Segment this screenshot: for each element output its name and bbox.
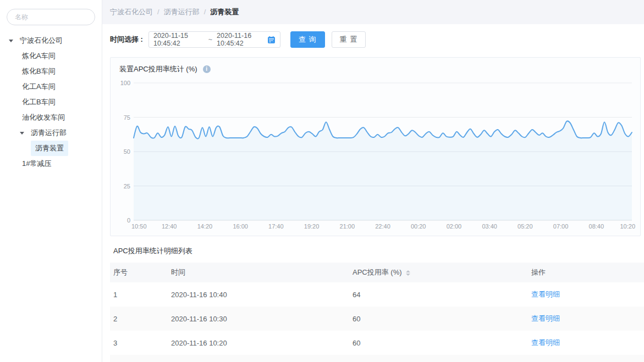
- apc-detail-table: 序号 时间 APC投用率 (%) 操作 12020-11-16 10:4064查…: [110, 263, 644, 362]
- x-axis-tick-label: 07:00: [553, 223, 569, 230]
- content: 时间选择 : 2020-11-15 10:45:42 ~ 2020-11-16 …: [102, 24, 644, 362]
- cell-time: 2020-11-16 10:40: [168, 282, 349, 307]
- x-axis-tick-label: 19:20: [304, 223, 320, 230]
- reset-button[interactable]: 重 置: [332, 31, 366, 48]
- table-row: 22020-11-16 10:3060查看明细: [110, 307, 644, 331]
- x-axis-tick-label: 14:20: [197, 223, 213, 230]
- tree-node[interactable]: 宁波石化公司: [0, 33, 102, 48]
- column-header-time: 时间: [168, 263, 349, 282]
- x-axis-tick-label: 17:40: [268, 223, 284, 230]
- apc-detail-section: APC投用率统计明细列表 序号 时间 APC投用率 (%) 操作 12020-1…: [110, 246, 644, 362]
- cell-index: 4: [110, 355, 168, 362]
- y-axis-tick-label: 100: [120, 80, 130, 86]
- main-area: 宁波石化公司/沥青运行部/沥青装置 时间选择 : 2020-11-15 10:4…: [102, 0, 644, 362]
- sort-icon[interactable]: [406, 270, 410, 276]
- tree-node-label: 炼化B车间: [20, 65, 58, 77]
- tree-node[interactable]: 炼化A车间: [0, 48, 102, 64]
- column-header-rate: APC投用率 (%): [349, 263, 528, 282]
- x-axis-tick-label: 22:40: [375, 223, 390, 230]
- view-detail-link[interactable]: 查看明细: [531, 290, 560, 298]
- date-range-start: 2020-11-15 10:45:42: [153, 32, 204, 47]
- tree-node[interactable]: 化工A车间: [0, 79, 102, 94]
- tree-node[interactable]: 炼化B车间: [0, 64, 102, 79]
- tree-node-label: 化工B车间: [20, 96, 58, 108]
- tree-node-label: 沥青装置: [31, 141, 68, 156]
- caret-down-icon[interactable]: [9, 40, 13, 42]
- x-axis-tick-label: 00:20: [411, 223, 426, 230]
- y-axis-tick-label: 50: [124, 148, 130, 155]
- x-axis-tick-label: 12:40: [162, 223, 177, 230]
- calendar-icon: [267, 36, 276, 44]
- breadcrumb-separator: /: [157, 8, 159, 16]
- cell-time: 2020-11-16 10:20: [168, 331, 349, 355]
- cell-rate: 64: [349, 282, 528, 307]
- cell-rate: 60: [349, 331, 528, 355]
- cell-action: 查看明细: [528, 282, 644, 307]
- tree-node-label: 油化收发车间: [20, 112, 67, 124]
- breadcrumb-item[interactable]: 沥青运行部: [164, 8, 200, 16]
- cell-index: 3: [110, 331, 168, 355]
- cell-time: 2020-11-16 10:10: [168, 355, 349, 362]
- filter-row: 时间选择 : 2020-11-15 10:45:42 ~ 2020-11-16 …: [110, 31, 644, 48]
- x-axis-tick-label: 21:00: [340, 223, 355, 230]
- y-axis-tick-label: 25: [124, 183, 130, 190]
- breadcrumb-separator: /: [204, 8, 206, 16]
- breadcrumb-item[interactable]: 宁波石化公司: [110, 8, 153, 16]
- x-axis-tick-label: 10:50: [131, 223, 147, 230]
- info-icon[interactable]: i: [203, 65, 211, 73]
- apc-rate-line-chart: 025507510010:5012:4014:2016:0017:4019:20…: [115, 76, 637, 230]
- x-axis-tick-label: 08:40: [589, 223, 604, 230]
- view-detail-link[interactable]: 查看明细: [531, 314, 560, 322]
- breadcrumb: 宁波石化公司/沥青运行部/沥青装置: [110, 7, 239, 17]
- cell-action: 查看明细: [528, 355, 644, 362]
- org-tree: 宁波石化公司炼化A车间炼化B车间化工A车间化工B车间油化收发车间沥青运行部沥青装…: [0, 33, 102, 171]
- x-axis-tick-label: 03:40: [482, 223, 497, 230]
- cell-rate: 60: [349, 307, 528, 331]
- tree-node-label: 沥青运行部: [29, 127, 69, 139]
- column-header-index: 序号: [110, 263, 168, 282]
- tree-node-label: 宁波石化公司: [18, 35, 65, 47]
- y-axis-tick-label: 75: [124, 114, 130, 121]
- query-button[interactable]: 查 询: [290, 31, 325, 48]
- breadcrumb-item: 沥青装置: [210, 8, 239, 16]
- sidebar: 宁波石化公司炼化A车间炼化B车间化工A车间化工B车间油化收发车间沥青运行部沥青装…: [0, 0, 102, 362]
- search-input[interactable]: [7, 9, 95, 25]
- tree-node[interactable]: 沥青运行部: [0, 125, 102, 141]
- tree-node[interactable]: 1#常减压: [0, 156, 102, 171]
- tree-node[interactable]: 油化收发车间: [0, 110, 102, 125]
- table-row: 12020-11-16 10:4064查看明细: [110, 282, 644, 307]
- cell-time: 2020-11-16 10:30: [168, 307, 349, 331]
- column-header-action: 操作: [528, 263, 644, 282]
- cell-action: 查看明细: [528, 307, 644, 331]
- table-row: 42020-11-16 10:1063.5查看明细: [110, 355, 644, 362]
- cell-index: 2: [110, 307, 168, 331]
- x-axis-tick-label: 10:20: [620, 223, 635, 230]
- apc-rate-area: [134, 121, 632, 220]
- date-range-input[interactable]: 2020-11-15 10:45:42 ~ 2020-11-16 10:45:4…: [148, 31, 280, 48]
- cell-index: 1: [110, 282, 168, 307]
- y-axis-tick-label: 0: [127, 217, 130, 224]
- table-row: 32020-11-16 10:2060查看明细: [110, 331, 644, 355]
- chart-title: 装置APC投用率统计 (%): [119, 64, 197, 74]
- cell-rate: 63.5: [349, 355, 528, 362]
- x-axis-tick-label: 02:00: [447, 223, 462, 230]
- table-title: APC投用率统计明细列表: [113, 246, 644, 256]
- time-select-label: 时间选择 :: [110, 35, 143, 44]
- tree-node-label: 1#常减压: [20, 158, 53, 170]
- date-range-separator: ~: [208, 36, 212, 43]
- tree-node[interactable]: 沥青装置: [0, 141, 102, 156]
- cell-action: 查看明细: [528, 331, 644, 355]
- x-axis-tick-label: 05:20: [518, 223, 533, 230]
- tree-node-label: 炼化A车间: [20, 50, 58, 62]
- tree-node[interactable]: 化工B车间: [0, 94, 102, 110]
- breadcrumb-bar: 宁波石化公司/沥青运行部/沥青装置: [102, 0, 644, 24]
- caret-down-icon[interactable]: [20, 132, 24, 135]
- x-axis-tick-label: 16:00: [233, 223, 248, 230]
- date-range-end: 2020-11-16 10:45:42: [217, 32, 267, 47]
- tree-node-label: 化工A车间: [20, 81, 58, 93]
- view-detail-link[interactable]: 查看明细: [531, 338, 560, 347]
- apc-rate-chart-card: 装置APC投用率统计 (%) i 025507510010:5012:4014:…: [110, 57, 641, 236]
